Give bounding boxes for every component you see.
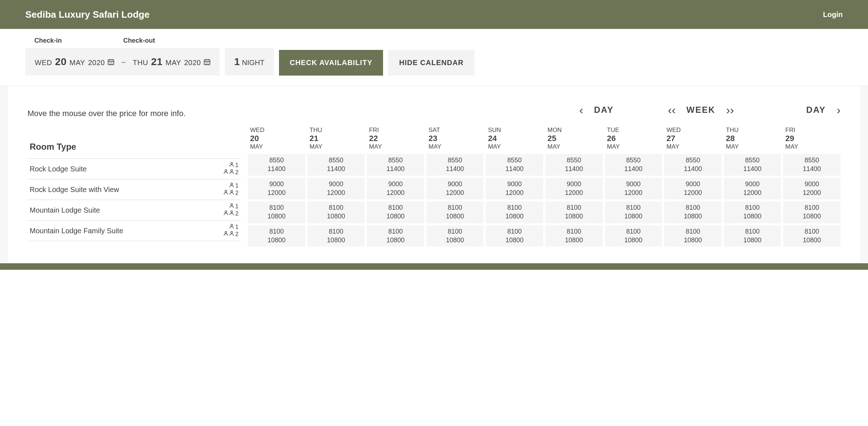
price-double: 11400 [724,165,781,173]
date-header: FRI29MAY [783,127,841,150]
price-single: 9000 [724,180,781,188]
price-cell[interactable]: 810010800 [308,201,365,223]
topbar: Sediba Luxury Safari Lodge Login [0,0,868,29]
price-row: 8100108008100108008100108008100108008100… [248,201,841,223]
date-day: 27 [666,134,722,143]
checkin-date[interactable]: WED 20 MAY 2020 [35,56,114,68]
price-cell[interactable]: 855011400 [783,154,841,176]
price-cell[interactable]: 900012000 [426,178,484,200]
price-cell[interactable]: 855011400 [248,154,305,176]
price-cell[interactable]: 900012000 [545,178,603,200]
price-single: 8100 [367,227,424,236]
price-cell[interactable]: 900012000 [724,178,781,200]
prev-week-button[interactable]: ‹‹ [668,104,675,116]
price-cell[interactable]: 810010800 [367,225,424,247]
price-double: 10800 [545,236,603,244]
day-label-right: DAY [806,105,826,115]
price-cell[interactable]: 855011400 [545,154,603,176]
date-block: Check-in Check-out WED 20 MAY 2020 – THU… [25,37,220,76]
price-cell[interactable]: 810010800 [545,201,603,223]
price-cell[interactable]: 810010800 [426,201,484,223]
price-cell[interactable]: 855011400 [367,154,424,176]
price-single: 8100 [605,203,662,212]
price-double: 10800 [486,212,543,221]
price-cell[interactable]: 810010800 [605,225,662,247]
price-single: 8100 [724,227,781,236]
price-cell[interactable]: 810010800 [486,201,543,223]
price-double: 10800 [783,236,841,244]
date-dow: FRI [785,127,841,134]
price-cell[interactable]: 900012000 [248,178,305,200]
price-cell[interactable]: 855011400 [308,154,365,176]
check-availability-button[interactable]: CHECK AVAILABILITY [279,50,383,76]
date-dow: SAT [429,127,484,134]
price-double: 10800 [426,236,484,244]
price-cell[interactable]: 810010800 [724,225,781,247]
price-single: 8100 [486,227,543,236]
price-cell[interactable]: 900012000 [605,178,662,200]
price-cell[interactable]: 855011400 [486,154,543,176]
price-cell[interactable]: 855011400 [605,154,662,176]
date-month: MAY [488,143,543,150]
price-cell[interactable]: 900012000 [664,178,722,200]
hide-calendar-button[interactable]: HIDE CALENDAR [388,50,474,76]
price-single: 8550 [664,156,722,165]
price-cell[interactable]: 810010800 [783,225,841,247]
price-cell[interactable]: 810010800 [545,225,603,247]
price-cell[interactable]: 810010800 [308,225,365,247]
person-icon [224,210,228,217]
price-single: 8100 [367,203,424,212]
price-single: 8550 [426,156,484,165]
price-double: 11400 [308,165,365,173]
price-cell[interactable]: 810010800 [248,201,305,223]
nights-label: NIGHT [242,59,265,67]
price-cell[interactable]: 810010800 [367,201,424,223]
price-single: 8550 [783,156,841,165]
date-month: MAY [429,143,484,150]
date-header-row: WED20MAYTHU21MAYFRI22MAYSAT23MAYSUN24MAY… [248,127,841,150]
price-cell[interactable]: 900012000 [308,178,365,200]
room-type-header: Room Type [27,134,241,159]
price-cell[interactable]: 855011400 [664,154,722,176]
occupancy-double: 2 [224,190,239,196]
price-cell[interactable]: 900012000 [486,178,543,200]
price-cell[interactable]: 900012000 [367,178,424,200]
checkin-year: 2020 [88,59,105,67]
price-cell[interactable]: 810010800 [664,201,722,223]
date-month: MAY [369,143,424,150]
search-row: Check-in Check-out WED 20 MAY 2020 – THU… [0,29,868,86]
price-single: 8550 [486,156,543,165]
price-single: 9000 [486,180,543,188]
price-double: 11400 [783,165,841,173]
price-cell[interactable]: 855011400 [426,154,484,176]
price-cell[interactable]: 810010800 [664,225,722,247]
price-cell[interactable]: 810010800 [605,201,662,223]
day-label: DAY [594,105,614,115]
price-cell[interactable]: 810010800 [426,225,484,247]
price-cell[interactable]: 900012000 [783,178,841,200]
prev-day-button[interactable]: ‹ [579,104,583,116]
price-single: 8100 [605,227,662,236]
price-row: 8100108008100108008100108008100108008100… [248,225,841,247]
occupancy-count: 1 [235,162,239,169]
price-cell[interactable]: 810010800 [724,201,781,223]
price-cell[interactable]: 810010800 [486,225,543,247]
person-icon [224,231,228,238]
checkout-date[interactable]: THU 21 MAY 2020 [133,56,210,68]
price-cell[interactable]: 855011400 [724,154,781,176]
price-cell[interactable]: 810010800 [783,201,841,223]
price-single: 8100 [308,203,365,212]
occupancy-stack: 12 [224,224,239,238]
person-icon [229,183,234,189]
price-double: 10800 [605,236,662,244]
price-double: 11400 [605,165,662,173]
date-day: 20 [250,134,305,143]
next-week-button[interactable]: ›› [726,104,734,116]
price-cell[interactable]: 810010800 [248,225,305,247]
price-single: 8550 [248,156,305,165]
price-single: 8550 [605,156,662,165]
price-double: 12000 [308,188,365,197]
next-day-button[interactable]: › [837,104,841,116]
login-link[interactable]: Login [823,10,843,19]
checkout-day: 21 [151,56,163,68]
